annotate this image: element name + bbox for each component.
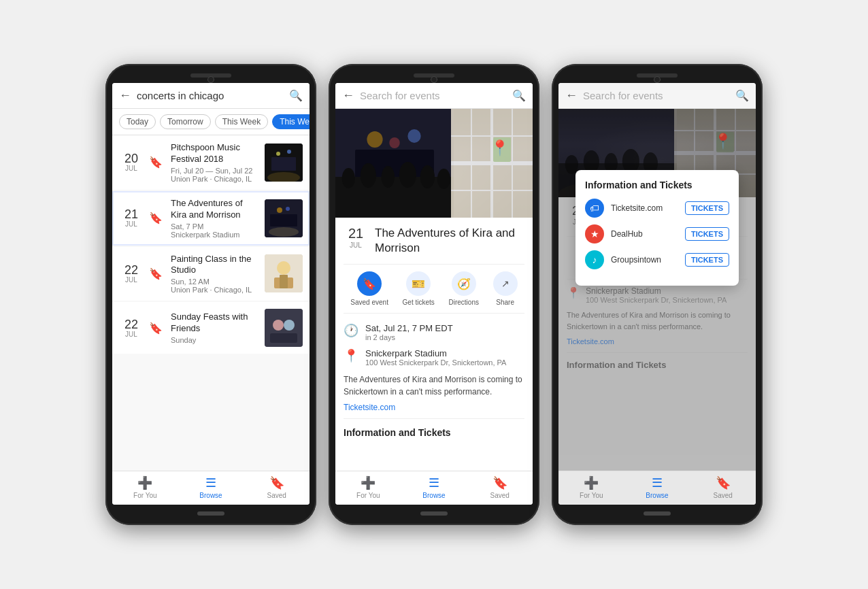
phone-1-screen: ← concerts in chicago 🔍 Today Tomorrow T… [112,83,310,505]
phone-2-map-overlay [451,109,533,218]
phone-2-nav-browse[interactable]: ☰ Browse [401,471,467,505]
event-item-2[interactable]: 21 JUL 🔖 The Adventures of Kira and Morr… [112,191,310,246]
ticket-row-1: 🏷 Ticketsite.com TICKETS [585,199,729,218]
phone-3-search-input[interactable]: Search for events [583,90,730,101]
event-1-venue: Union Park · Chicago, IL [171,175,259,183]
action-directions[interactable]: 🧭 Directions [449,271,479,306]
action-tickets[interactable]: 🎫 Get tickets [403,271,435,306]
phone-2-detail-screen: 📍 21 JUL The Adventures of Kira and Morr… [335,109,533,471]
svg-point-9 [286,207,290,211]
phone-2-datetime: Sat, Jul 21, 7 PM EDT [365,323,453,333]
event-1-subtitle: Fri, Jul 20 — Sun, Jul 22 [171,167,259,175]
phone-1-back-button[interactable]: ← [119,88,131,103]
event-2-day: 21 [124,208,138,220]
ticket-2-button[interactable]: TICKETS [685,227,729,241]
phone-3-nav-for-you-label: For You [580,492,603,499]
phone-3-nav-saved-label: Saved [714,492,733,499]
phone-1-search-icon[interactable]: 🔍 [289,89,303,102]
svg-point-22 [407,129,420,143]
filter-tomorrow[interactable]: Tomorrow [160,114,211,129]
phone-2-title-row: 21 JUL The Adventures of Kira and Morris… [344,226,524,256]
phone-3-nav-browse[interactable]: ☰ Browse [624,471,690,505]
nav-for-you[interactable]: ➕ For You [112,471,178,505]
svg-point-27 [382,166,395,188]
phone-2-search-icon[interactable]: 🔍 [512,89,526,102]
phone-3-modal-overlay: Information and Tickets 🏷 Ticketsite.com… [558,109,756,471]
event-1-title: Pitchspoon Music Festival 2018 [171,142,259,165]
phone-2-datetime-sub: in 2 days [365,333,453,341]
svg-point-28 [399,162,416,188]
phone-2-bottom [335,511,533,516]
phone-2-time-row: 🕐 Sat, Jul 21, 7 PM EDT in 2 days [344,323,524,341]
event-2-bookmark-icon[interactable]: 🔖 [149,212,163,224]
phone-1: ← concerts in chicago 🔍 Today Tomorrow T… [105,64,316,525]
phone-3: ← Search for events 🔍 [552,64,763,525]
event-4-title: Sunday Feasts with Friends [171,312,259,335]
phone-3-nav-browse-label: Browse [646,492,668,499]
phone-3-nav-saved[interactable]: 🔖 Saved [690,471,756,505]
phone-3-home-bar [644,511,671,516]
phone-2-screen: ← Search for events 🔍 [335,83,533,505]
phone-3-bottom [558,511,756,516]
event-1-bookmark-icon[interactable]: 🔖 [149,156,163,169]
ticket-1-button[interactable]: TICKETS [685,201,729,215]
phone-2: ← Search for events 🔍 [329,64,539,525]
event-4-bookmark-icon[interactable]: 🔖 [149,322,163,335]
event-4-month: JUL [125,331,137,338]
phone-2-nav-for-you[interactable]: ➕ For You [335,471,401,505]
phone-2-nav-browse-icon: ☰ [429,475,439,490]
ticket-1-name: Ticketsite.com [611,203,678,213]
svg-point-4 [287,150,291,154]
svg-point-25 [342,168,355,188]
event-1-day: 20 [124,152,138,165]
event-2-venue: Snickerpark Stadium [171,231,259,239]
phone-2-back-button[interactable]: ← [342,88,354,103]
phone-2-event-month: JUL [350,241,362,249]
phone-1-search-query[interactable]: concerts in chicago [137,90,284,101]
filter-today[interactable]: Today [119,114,156,129]
event-item-1[interactable]: 20 JUL 🔖 Pitchspoon Music Festival 2018 … [112,135,310,190]
phone-2-venue-row: 📍 Snickerpark Stadium 100 West Snickerpa… [344,348,524,367]
phone-2-map-pin: 📍 [490,139,509,157]
action-saved[interactable]: 🔖 Saved event [350,271,388,306]
phone-2-action-row: 🔖 Saved event 🎫 Get tickets 🧭 Directions [344,264,524,314]
phone-3-bottom-nav: ➕ For You ☰ Browse 🔖 Saved [558,471,756,505]
event-item-3[interactable]: 22 JUL 🔖 Painting Class in the Studio Su… [112,247,310,301]
nav-saved-icon: 🔖 [269,475,284,490]
event-1-date: 20 JUL [119,152,144,172]
action-saved-label: Saved event [350,299,388,306]
filter-this-weekend[interactable]: This Weekend [272,114,310,129]
nav-saved[interactable]: 🔖 Saved [244,471,310,505]
filter-this-week[interactable]: This Week [215,114,268,129]
event-2-title: The Adventures of Kira and Morrison [171,198,259,221]
phone-3-nav-saved-icon: 🔖 [716,475,731,490]
phone-1-search-bar: ← concerts in chicago 🔍 [112,83,310,109]
phone-3-back-button[interactable]: ← [565,88,578,103]
phone-2-nav-saved-icon: 🔖 [493,475,507,490]
event-4-thumb [265,309,303,347]
nav-for-you-label: For You [133,492,156,499]
ticket-3-button[interactable]: TICKETS [685,253,729,267]
phone-1-camera [207,76,214,83]
event-4-info: Sunday Feasts with Friends Sunday [171,312,259,344]
phone-2-link[interactable]: Ticketsite.com [344,403,395,412]
nav-browse-icon: ☰ [205,475,216,490]
event-3-bookmark-icon[interactable]: 🔖 [149,267,163,280]
phone-3-search-icon[interactable]: 🔍 [735,89,749,102]
event-2-month: JUL [125,220,137,228]
phone-2-description: The Adventures of Kira and Morrison is c… [344,373,524,398]
phone-2-nav-for-you-label: For You [356,492,380,499]
svg-point-26 [361,163,376,188]
phone-3-nav-for-you[interactable]: ➕ For You [558,471,624,505]
phone-2-venue-address: 100 West Snickerpark Dr, Snickertown, PA [365,358,506,367]
action-tickets-icon: 🎫 [406,271,431,296]
phone-2-search-bar: ← Search for events 🔍 [335,83,533,109]
groupsintown-logo: ♪ [585,250,604,269]
action-share[interactable]: ↗ Share [493,271,518,306]
event-item-4[interactable]: 22 JUL 🔖 Sunday Feasts with Friends Sund… [112,302,310,354]
phone-2-search-input[interactable]: Search for events [360,90,507,101]
nav-browse[interactable]: ☰ Browse [178,471,244,505]
event-2-info: The Adventures of Kira and Morrison Sat,… [171,198,259,239]
phone-2-nav-saved[interactable]: 🔖 Saved [467,471,533,505]
svg-point-16 [284,320,295,331]
